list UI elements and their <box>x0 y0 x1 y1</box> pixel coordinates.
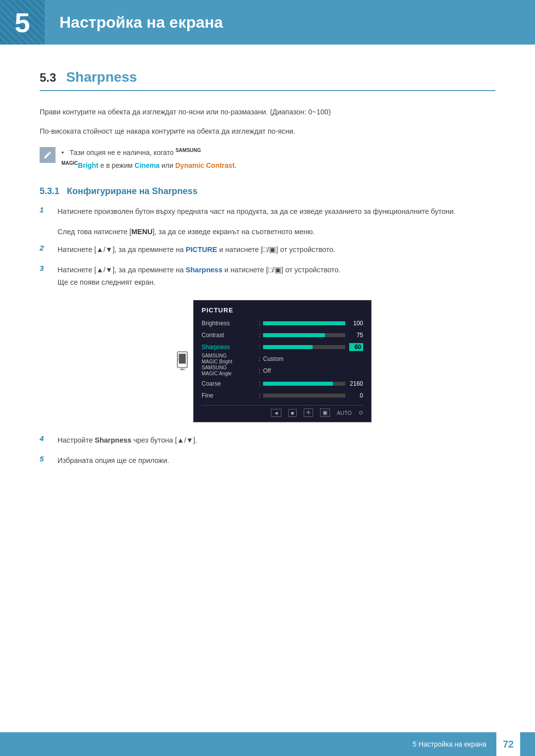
osd-row-brightness: Brightness : 100 <box>202 318 363 329</box>
osd-row-sharpness: Sharpness : 60 <box>202 342 363 353</box>
note-text-mid: е в режим <box>99 161 135 169</box>
step-4: 4 Настройте Sharpness чрез бутона [▲/▼]. <box>40 434 495 447</box>
footer-page-number: 72 <box>496 732 520 756</box>
osd-label-brightness: Brightness <box>202 320 256 327</box>
osd-btn-menu: ■ <box>288 409 297 417</box>
osd-num-sharpness: 60 <box>349 343 363 351</box>
osd-row-coarse: Coarse : 2160 <box>202 378 363 389</box>
step-2-num: 2 <box>40 244 50 256</box>
step-4-num: 4 <box>40 434 50 447</box>
osd-btn-enter: ▣ <box>320 408 330 417</box>
step-5-text: Избраната опция ще се приложи. <box>57 454 169 467</box>
dynamic-contrast-label: Dynamic Contrast <box>175 161 235 169</box>
osd-value-magic-angle: Off <box>263 367 363 374</box>
chapter-number-box: 5 <box>0 0 45 45</box>
osd-value-brightness: 100 <box>263 320 363 327</box>
chapter-number: 5 <box>14 6 30 39</box>
note-text: • Тази опция не е налична, когато SAMSUN… <box>61 146 236 171</box>
osd-value-contrast: 75 <box>263 332 363 339</box>
footer-chapter-ref: 5 Настройка на екрана <box>413 740 486 748</box>
note-text-suffix: . <box>235 161 237 169</box>
osd-label-coarse: Coarse <box>202 380 256 387</box>
osd-row-magic-angle: SAMSUNGMAGIC Angle : Off <box>202 365 363 376</box>
subsection-heading: 5.3.1 Конфигуриране на Sharpness <box>40 186 495 197</box>
sharpness-label-3: Sharpness <box>186 266 222 274</box>
note-box: • Тази опция не е налична, когато SAMSUN… <box>40 146 495 171</box>
svg-rect-5 <box>178 354 179 356</box>
osd-screen: PICTURE Brightness : 100 Contrast <box>193 300 372 422</box>
section-title: Sharpness <box>66 69 137 85</box>
osd-value-magic-bright: Custom <box>263 355 363 362</box>
step-2: 2 Натиснете [▲/▼], за да преминете на PI… <box>40 244 495 256</box>
osd-label-magic-bright: SAMSUNGMAGIC Bright <box>202 353 256 365</box>
description-2: По-високата стойност ще накара контурите… <box>40 125 495 138</box>
step-1-num: 1 <box>40 205 50 218</box>
step-3-num: 3 <box>40 264 50 288</box>
step-2-text: Натиснете [▲/▼], за да преминете на PICT… <box>57 244 335 256</box>
step-3-text: Натиснете [▲/▼], за да преминете на Shar… <box>57 266 340 274</box>
section-heading: 5.3 Sharpness <box>40 69 495 91</box>
osd-num-brightness: 100 <box>349 320 363 327</box>
osd-rows: Brightness : 100 Contrast : 75 <box>202 318 363 401</box>
chapter-title: Настройка на екрана <box>45 13 223 32</box>
osd-value-sharpness: 60 <box>263 343 363 351</box>
osd-btn-power: ⊙ <box>359 409 363 416</box>
osd-bottom-bar: ◄ ■ ✛ ▣ AUTO ⊙ <box>202 405 363 417</box>
osd-row-fine: Fine : 0 <box>202 390 363 401</box>
osd-btn-back: ◄ <box>271 409 281 417</box>
step-5-num: 5 <box>40 454 50 467</box>
pencil-icon <box>43 151 52 159</box>
menu-key: MENU <box>131 228 153 236</box>
osd-btn-plus: ✛ <box>304 408 313 417</box>
step-3-sub: Ще се появи следният екран. <box>57 278 156 286</box>
svg-rect-4 <box>178 357 179 360</box>
note-text-or: или <box>160 161 175 169</box>
picture-label: PICTURE <box>186 246 217 253</box>
step-1-text: Натиснете произволен бутон върху преднат… <box>57 207 456 215</box>
step-1-sub: След това натиснете [MENU], за да се изв… <box>57 226 495 238</box>
svg-rect-1 <box>179 353 186 363</box>
osd-num-contrast: 75 <box>349 332 363 339</box>
step-4-text: Настройте Sharpness чрез бутона [▲/▼]. <box>57 434 197 447</box>
subsection-title: Конфигуриране на Sharpness <box>67 186 198 196</box>
step-3: 3 Натиснете [▲/▼], за да преминете на Sh… <box>40 264 495 288</box>
osd-label-magic-angle: SAMSUNGMAGIC Angle <box>202 365 256 377</box>
content-area: 5.3 Sharpness Прави контурите на обекта … <box>0 45 535 514</box>
note-bullet: • <box>61 149 68 156</box>
osd-label-fine: Fine <box>202 392 256 399</box>
osd-label-contrast: Contrast <box>202 332 256 339</box>
osd-container: PICTURE Brightness : 100 Contrast <box>69 300 495 422</box>
note-icon <box>40 147 55 163</box>
monitor-icon <box>176 351 188 370</box>
osd-text-magic-bright: Custom <box>263 355 283 362</box>
osd-value-fine: 0 <box>263 392 363 399</box>
page-header: 5 Настройка на екрана <box>0 0 535 45</box>
note-text-prefix: Тази опция не е налична, когато <box>70 149 176 156</box>
subsection-number: 5.3.1 <box>40 186 59 196</box>
section-number: 5.3 <box>40 71 56 85</box>
bright-label: Bright <box>78 161 98 169</box>
osd-side-icon <box>176 351 188 372</box>
osd-label-sharpness: Sharpness <box>202 344 256 351</box>
osd-wrapper: PICTURE Brightness : 100 Contrast <box>193 300 372 422</box>
step-5: 5 Избраната опция ще се приложи. <box>40 454 495 467</box>
osd-num-fine: 0 <box>349 392 363 399</box>
osd-btn-auto: AUTO <box>337 410 352 416</box>
osd-title: PICTURE <box>202 306 363 314</box>
description-1: Прави контурите на обекта да изглеждат п… <box>40 106 495 118</box>
osd-value-coarse: 2160 <box>263 380 363 387</box>
sharpness-label-4: Sharpness <box>95 436 131 444</box>
osd-text-magic-angle: Off <box>263 367 271 374</box>
osd-row-magic-bright: SAMSUNGMAGIC Bright : Custom <box>202 353 363 364</box>
page-footer: 5 Настройка на екрана 72 <box>0 732 535 756</box>
step-1: 1 Натиснете произволен бутон върху предн… <box>40 205 495 218</box>
osd-row-contrast: Contrast : 75 <box>202 330 363 341</box>
osd-num-coarse: 2160 <box>349 380 363 387</box>
cinema-label: Cinema <box>135 161 160 169</box>
